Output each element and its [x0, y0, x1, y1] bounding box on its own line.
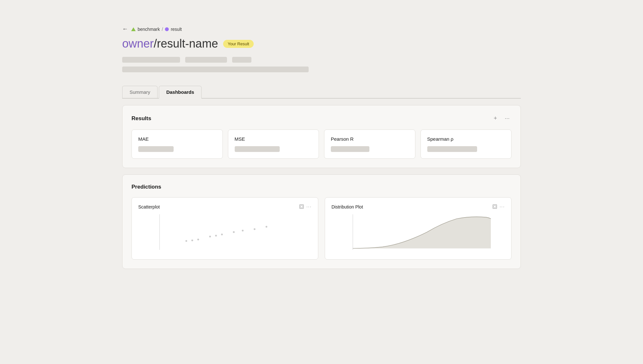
distribution-svg: [331, 214, 505, 253]
skeleton-block: [122, 57, 180, 63]
page-wrapper: ← benchmark / result owner/result-name Y…: [90, 0, 553, 282]
svg-rect-13: [493, 205, 497, 209]
distribution-plot-area: [331, 214, 505, 253]
benchmark-icon: [131, 27, 136, 31]
svg-point-7: [197, 239, 199, 241]
breadcrumb-result: result: [171, 27, 182, 32]
predictions-card-header: Predictions: [131, 184, 512, 190]
metric-mae: MAE: [131, 129, 223, 159]
tab-summary[interactable]: Summary: [122, 86, 158, 98]
metrics-grid: MAE MSE Pearson R Spearman ρ: [131, 129, 512, 159]
breadcrumb-benchmark: benchmark: [138, 27, 160, 32]
your-result-badge: Your Result: [223, 40, 254, 48]
skeleton-block: [185, 57, 227, 63]
distribution-plot-card: Distribution Plot ···: [325, 197, 512, 260]
skeleton-row-1: [122, 57, 521, 63]
distribution-plot-title: Distribution Plot: [331, 204, 363, 209]
svg-rect-14: [494, 205, 496, 208]
title-owner: owner: [122, 37, 154, 50]
svg-point-11: [191, 239, 193, 241]
scatterplot-svg: [138, 214, 312, 253]
svg-point-9: [242, 230, 244, 232]
scatterplot-expand-button[interactable]: [299, 204, 304, 210]
distribution-more-button[interactable]: ···: [500, 204, 505, 210]
results-card: Results + ··· MAE MSE Pearson R: [122, 105, 521, 168]
predictions-grid: Scatterplot ···: [131, 197, 512, 260]
svg-point-6: [254, 228, 256, 230]
back-button[interactable]: ←: [122, 26, 128, 32]
predictions-card: Predictions Scatterplot ···: [122, 174, 521, 269]
breadcrumb: ← benchmark / result: [122, 26, 521, 32]
skeleton-block: [122, 67, 309, 72]
expand-icon: [493, 204, 497, 209]
svg-point-12: [215, 235, 217, 237]
metric-mse-label: MSE: [235, 136, 312, 142]
distribution-plot-actions: ···: [493, 204, 505, 210]
metric-pearson: Pearson R: [324, 129, 415, 159]
metric-mae-value: [138, 146, 174, 152]
svg-rect-1: [300, 205, 303, 208]
skeleton-row-2: [122, 67, 521, 72]
svg-point-10: [266, 226, 267, 228]
metric-mse: MSE: [228, 129, 319, 159]
scatterplot-title: Scatterplot: [138, 204, 160, 209]
tabs-container: Summary Dashboards: [122, 85, 521, 99]
scatterplot-actions: ···: [299, 204, 312, 210]
metric-mae-label: MAE: [138, 136, 216, 142]
svg-point-3: [186, 240, 187, 242]
title-name: result-name: [157, 37, 218, 50]
results-card-title: Results: [131, 115, 151, 122]
svg-point-5: [233, 231, 235, 233]
metric-spearman-value: [427, 146, 477, 152]
distribution-expand-button[interactable]: [493, 204, 497, 210]
scatterplot-more-button[interactable]: ···: [306, 204, 312, 210]
predictions-card-title: Predictions: [131, 184, 161, 190]
scatterplot-header: Scatterplot ···: [138, 204, 312, 210]
scatterplot-area: [138, 214, 312, 253]
svg-point-8: [221, 234, 223, 235]
svg-rect-0: [300, 205, 303, 209]
expand-icon: [299, 204, 304, 209]
distribution-plot-header: Distribution Plot ···: [331, 204, 505, 210]
title-row: owner/result-name Your Result: [122, 37, 521, 50]
more-options-button[interactable]: ···: [503, 114, 512, 122]
metric-pearson-label: Pearson R: [331, 136, 409, 142]
metric-pearson-value: [331, 146, 369, 152]
results-card-header: Results + ···: [131, 114, 512, 122]
add-metric-button[interactable]: +: [492, 114, 499, 122]
title-slash: /: [154, 37, 157, 50]
metric-spearman-label: Spearman ρ: [427, 136, 505, 142]
breadcrumb-separator: /: [162, 27, 163, 32]
results-card-actions: + ···: [492, 114, 512, 122]
skeleton-block: [232, 57, 251, 63]
scatterplot-card: Scatterplot ···: [131, 197, 318, 260]
result-icon: [165, 27, 169, 31]
page-title: owner/result-name: [122, 37, 218, 50]
metric-spearman: Spearman ρ: [421, 129, 512, 159]
metric-mse-value: [235, 146, 280, 152]
svg-point-4: [209, 235, 211, 237]
tab-dashboards[interactable]: Dashboards: [159, 86, 202, 99]
